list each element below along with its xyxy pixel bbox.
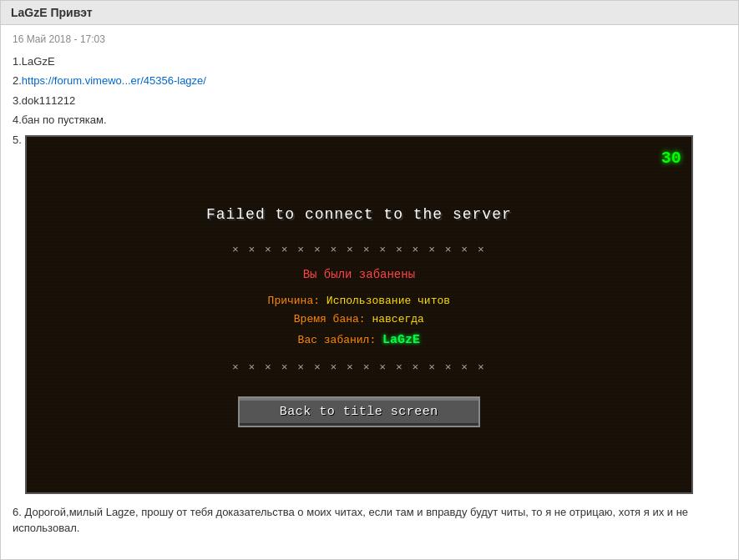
game-content: Failed to connect to the server × × × × … (206, 201, 512, 427)
banned-by-line: Вас забанил: LaGzE (206, 329, 512, 351)
time-value-text: навсегда (372, 313, 423, 325)
post-line-2: 2.https://forum.vimewo...er/45356-lagze/ (13, 71, 726, 90)
post-line-6: 6. Дорогой,милый Lagze, прошу от тебя до… (13, 504, 726, 543)
page-title: LaGzE Привэт (1, 1, 738, 25)
reason-block: Причина: Использование читов Время бана:… (206, 292, 512, 351)
post-body: 1.LaGzE 2.https://forum.vimewo...er/4535… (13, 52, 726, 543)
post-line-5-prefix: 5. (13, 130, 22, 149)
post-line-3: 3.dok111212 (13, 91, 726, 110)
reason-label: Причина: (268, 295, 320, 307)
post-line-1: 1.LaGzE (13, 52, 726, 71)
banned-text: Вы были забанены (206, 265, 512, 285)
time-line: Время бана: навсегда (206, 310, 512, 329)
separator-bottom: × × × × × × × × × × × × × × × × (206, 358, 512, 377)
reason-line: Причина: Использование читов (206, 292, 512, 310)
time-label: Время бана: (294, 313, 366, 325)
reason-value-text: Использование читов (326, 295, 450, 307)
game-screenshot: 30 Failed to connect to the server × × ×… (25, 135, 693, 494)
failed-title: Failed to connect to the server (206, 201, 512, 228)
banned-by-name-text: LaGzE (382, 333, 420, 347)
post-line-5-container: 5. 30 Failed to connect to the server × … (13, 130, 726, 499)
banned-by-label: Вас забанил: (298, 334, 377, 346)
forum-link[interactable]: https://forum.vimewo...er/45356-lagze/ (22, 74, 206, 87)
separator-top: × × × × × × × × × × × × × × × × (206, 240, 512, 260)
timer-badge: 30 (661, 144, 681, 174)
back-to-title-button[interactable]: Back to title screen (238, 396, 480, 427)
post-line-4: 4.бан по пустякам. (13, 110, 726, 129)
post-timestamp: 16 Май 2018 - 17:03 (13, 33, 726, 45)
